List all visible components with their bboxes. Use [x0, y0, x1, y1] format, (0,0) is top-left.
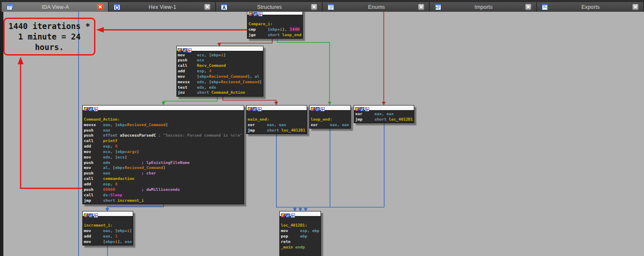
asm-line[interactable]: retn: [281, 239, 321, 245]
mark-icon[interactable]: [187, 47, 192, 51]
mark-icon[interactable]: [291, 212, 295, 216]
asm-line[interactable]: push eax: [84, 128, 244, 133]
asm-line[interactable]: jge short loop_end: [249, 32, 303, 38]
asm-line[interactable]: [249, 16, 303, 22]
asm-line[interactable]: loop_end:: [311, 117, 351, 122]
edit-icon[interactable]: [89, 212, 93, 216]
asm-line[interactable]: call ds:Sleep: [84, 193, 244, 198]
hex-view-icon: [113, 3, 121, 11]
basic-block-loc_4012B1[interactable]: loc_4012B1:mov esp, ebppop ebpretn_main …: [279, 211, 321, 256]
asm-line[interactable]: add esp, 8: [84, 144, 244, 149]
tab-imports[interactable]: Imports: [430, 2, 537, 12]
asm-line[interactable]: [311, 111, 351, 117]
palette-icon[interactable]: [84, 106, 88, 110]
basic-block-loop_end[interactable]: loop_end:xor eax, eax: [309, 105, 351, 129]
edit-icon[interactable]: [89, 106, 93, 110]
asm-line[interactable]: xor eax, eax: [355, 111, 414, 117]
block-title-bar[interactable]: [247, 106, 307, 111]
asm-line[interactable]: xor eax, eax: [311, 122, 351, 128]
edit-icon[interactable]: [315, 106, 320, 110]
asm-line[interactable]: jmp short loc_4012B1: [355, 117, 414, 122]
asm-line[interactable]: [281, 250, 321, 256]
tab-structures[interactable]: Structures: [216, 2, 323, 12]
basic-block-command_action[interactable]: Command_Action:movsx eax, [ebp+Recieved_…: [82, 105, 244, 204]
tab-exports[interactable]: Exports: [537, 2, 644, 12]
asm-line[interactable]: increment_i:: [84, 223, 133, 228]
basic-block-main_end[interactable]: main_end:xor eax, eaxjmp short loc_4012B…: [246, 105, 307, 134]
asm-line[interactable]: add esp, 8: [84, 182, 244, 187]
asm-line[interactable]: mov esp, ebp: [281, 228, 321, 234]
edit-icon[interactable]: [286, 212, 290, 216]
asm-line[interactable]: mov [ebp+i], eax: [84, 239, 133, 245]
asm-line[interactable]: push 60000 ; dwMilliseconds: [84, 187, 244, 193]
basic-block-ret_zero[interactable]: xor eax, eaxjmp short loc_4012B1: [354, 105, 414, 124]
mark-icon[interactable]: [365, 106, 369, 110]
palette-icon[interactable]: [84, 212, 88, 216]
tab-close-button[interactable]: [311, 4, 317, 10]
asm-line[interactable]: main_end:: [248, 117, 307, 122]
annotation-note: 1440 iterations *1 minute = 24hours.: [3, 18, 95, 55]
palette-icon[interactable]: [178, 47, 182, 51]
edit-icon[interactable]: [360, 106, 364, 110]
asm-line[interactable]: movsx edx, [ebp+Recieved_Command]: [178, 79, 263, 85]
mark-icon[interactable]: [94, 212, 98, 216]
basic-block-increment_i[interactable]: increment_i:mov eax, [ebp+i]add eax, 1mo…: [82, 211, 133, 245]
palette-icon[interactable]: [311, 106, 315, 110]
asm-line[interactable]: Compare_i:: [249, 21, 303, 27]
asm-line[interactable]: mov ecx, [ebp+argv]: [84, 149, 244, 155]
asm-line[interactable]: mov [ebp+Recieved_Command], al: [178, 74, 263, 79]
tab-close-button[interactable]: [632, 4, 639, 10]
asm-line[interactable]: mov al, [ebp+Recieved_Command]: [84, 165, 244, 171]
edit-icon[interactable]: [183, 47, 187, 51]
basic-block-recv_command[interactable]: mov ecx, [ebp+i]push ecxcall Recv_Comman…: [176, 46, 263, 97]
asm-line[interactable]: test edx, edx: [178, 85, 263, 90]
asm-line[interactable]: [281, 218, 321, 223]
block-title-bar[interactable]: [177, 46, 263, 51]
asm-line[interactable]: jnz short Command_Action: [178, 90, 263, 95]
asm-line[interactable]: [248, 111, 307, 117]
asm-line[interactable]: cmp [ebp+i], 1440: [249, 27, 303, 32]
block-title-bar[interactable]: [83, 211, 133, 216]
block-title-bar[interactable]: [280, 211, 321, 216]
basic-block-compare_i[interactable]: Compare_i:cmp [ebp+i], 1440jge short loo…: [247, 10, 303, 39]
asm-line[interactable]: call printf: [84, 138, 244, 144]
asm-line[interactable]: call Recv_Command: [178, 63, 263, 69]
asm-line[interactable]: push eax ; char: [84, 171, 244, 176]
mark-icon[interactable]: [258, 106, 262, 110]
asm-line[interactable]: add eax, 1: [84, 234, 133, 239]
tab-enums[interactable]: Enums: [323, 2, 430, 12]
palette-icon[interactable]: [355, 106, 360, 110]
asm-line[interactable]: add esp, 4: [178, 69, 263, 74]
asm-line[interactable]: pop ebp: [281, 234, 321, 239]
tab-ida-view-a[interactable]: IDA View-A: [2, 2, 109, 12]
asm-line[interactable]: push ecx: [178, 58, 263, 63]
asm-line[interactable]: call commandaction: [84, 176, 244, 182]
asm-line[interactable]: Command_Action:: [84, 117, 244, 122]
asm-line[interactable]: push edx ; lpExistingFileName: [84, 160, 244, 166]
palette-icon[interactable]: [281, 212, 285, 216]
tab-hex-view-1[interactable]: Hex View-1: [109, 2, 216, 12]
asm-line[interactable]: xor eax, eax: [248, 122, 307, 128]
asm-line[interactable]: _main endp: [281, 245, 321, 250]
asm-line[interactable]: loc_4012B1:: [281, 223, 321, 228]
asm-line[interactable]: push offset aSuccessParsedC ; "Success: …: [84, 133, 244, 138]
block-title-bar[interactable]: [354, 106, 414, 111]
block-title-bar[interactable]: [310, 106, 350, 111]
asm-line[interactable]: jmp short loc_4012B1: [248, 128, 307, 133]
mark-icon[interactable]: [94, 106, 98, 110]
asm-line[interactable]: mov ecx, [ebp+i]: [178, 53, 263, 58]
tab-close-button[interactable]: [525, 4, 531, 10]
asm-line[interactable]: [84, 111, 244, 117]
block-title-bar[interactable]: [83, 106, 244, 111]
tab-close-button[interactable]: [97, 4, 103, 10]
asm-line[interactable]: mov eax, [ebp+i]: [84, 228, 133, 234]
tab-close-button[interactable]: [418, 4, 424, 10]
palette-icon[interactable]: [248, 106, 252, 110]
asm-line[interactable]: movsx eax, [ebp+Recieved_Command]: [84, 122, 244, 128]
asm-line[interactable]: mov edx, [ecx]: [84, 155, 244, 160]
mark-icon[interactable]: [321, 106, 325, 110]
asm-line[interactable]: jmp short increment_i: [84, 198, 244, 203]
tab-close-button[interactable]: [204, 4, 210, 10]
asm-line[interactable]: [84, 218, 133, 223]
edit-icon[interactable]: [252, 106, 257, 110]
